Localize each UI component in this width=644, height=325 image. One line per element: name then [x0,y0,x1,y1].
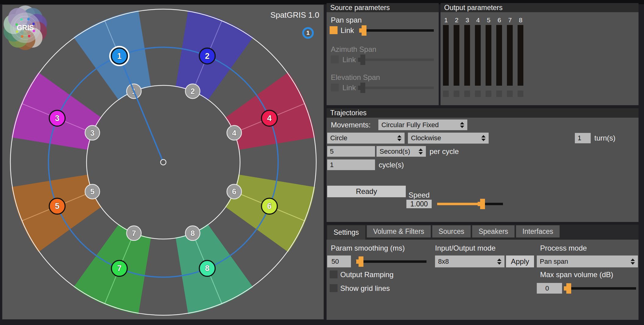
source-5[interactable]: 5 [49,198,65,214]
svg-text:8: 8 [205,264,210,273]
updown-arrows-icon [631,259,635,265]
svg-text:6: 6 [267,202,272,211]
duration-unit-dropdown[interactable]: Second(s) [377,146,426,157]
svg-text:2: 2 [205,52,210,61]
elevation-link-checkbox[interactable] [331,84,339,91]
azimuth-link-label: Link [342,55,356,64]
tab-speakers[interactable]: Speakers [472,225,515,238]
duration-input[interactable]: 5 [327,146,375,157]
output-ramping-checkbox[interactable] [330,270,338,278]
tab-volume-filters[interactable]: Volume & Filters [367,225,430,238]
tab-interfaces[interactable]: Interfaces [516,225,560,238]
source-7[interactable]: 7 [111,260,127,276]
svg-text:3: 3 [90,128,94,138]
output-meters: 12345678 [443,16,639,105]
updown-arrows-icon [460,122,464,128]
shape-dropdown[interactable]: Circle [327,133,405,144]
level-meter [464,25,470,86]
source-3[interactable]: 3 [49,110,65,126]
channel-label: 3 [464,16,470,24]
spatial-svg: 1234567812345678 [2,5,324,319]
speed-value: 1.000 [406,200,432,208]
updown-arrows-icon [497,259,501,265]
output-channel-8: 8 [518,16,524,99]
direction-dropdown[interactable]: Clockwise [408,133,489,144]
max-span-input[interactable]: 0 [537,283,562,294]
mute-button[interactable] [507,91,513,97]
spatial-view[interactable]: 1234567812345678 GRIS SpatGRIS 1.0 1 [2,5,324,319]
source-2[interactable]: 2 [199,48,215,64]
elevation-link-label: Link [342,84,356,92]
tab-settings[interactable]: Settings [327,225,365,240]
movements-value: Circular Fully Fixed [381,121,439,129]
output-channel-2: 2 [454,16,460,99]
level-meter [507,25,513,86]
apply-button[interactable]: Apply [506,255,534,267]
process-mode-label: Process mode [540,244,587,252]
level-meter [486,25,491,86]
output-parameters-header: Output parameters [441,3,639,12]
azimuth-span-slider[interactable] [359,54,434,66]
slider-handle[interactable] [360,83,365,93]
source-8[interactable]: 8 [199,260,215,276]
io-mode-value: 8x8 [438,258,449,266]
speaker-6: 6 [227,184,242,199]
speaker-2: 2 [185,84,200,98]
slider-handle[interactable] [362,25,366,36]
pan-span-label: Pan span [331,16,362,24]
svg-text:5: 5 [55,202,59,211]
mute-button[interactable] [454,91,459,97]
channel-label: 5 [486,16,492,24]
updown-arrows-icon [481,135,486,141]
mute-button[interactable] [496,91,502,97]
mute-button[interactable] [518,91,523,97]
svg-text:2: 2 [190,87,195,96]
svg-text:1: 1 [117,52,122,61]
io-mode-dropdown[interactable]: 8x8 [435,255,504,267]
mute-button[interactable] [486,91,491,97]
param-smoothing-slider[interactable] [355,255,427,267]
mute-button[interactable] [464,91,470,97]
updown-arrows-icon [419,148,423,155]
process-mode-dropdown[interactable]: Pan span [537,255,638,267]
output-channel-5: 5 [486,16,492,99]
slider-handle[interactable] [360,55,365,65]
level-meter [443,25,449,86]
movements-dropdown[interactable]: Circular Fully Fixed [378,120,467,130]
slider-handle[interactable] [359,256,363,267]
slider-handle[interactable] [480,199,485,209]
turns-input[interactable]: 1 [575,133,591,143]
tab-sources[interactable]: Sources [432,225,471,238]
show-grid-checkbox[interactable] [330,284,338,292]
mute-button[interactable] [475,91,481,97]
output-ramping-label: Output Ramping [340,270,394,279]
cycles-label: cycle(s) [379,161,404,169]
speaker-3: 3 [85,126,100,140]
shape-value: Circle [330,134,347,142]
duration-unit-value: Second(s) [380,148,410,155]
speaker-5: 5 [85,184,100,199]
pan-span-link-label: Link [341,26,354,35]
param-smoothing-input[interactable]: 50 [327,255,351,267]
channel-label: 2 [454,16,460,24]
trajectories-header: Trajectories [327,108,639,118]
source-6[interactable]: 6 [261,198,277,214]
azimuth-link-checkbox[interactable] [331,55,339,63]
max-span-slider[interactable] [565,283,637,294]
speaker-8: 8 [185,226,200,241]
mute-button[interactable] [443,91,449,97]
slider-handle[interactable] [566,283,571,294]
output-channel-6: 6 [496,16,502,99]
cycles-input[interactable]: 1 [327,159,375,170]
ready-button[interactable]: Ready [327,186,406,197]
turns-label: turn(s) [594,134,615,142]
pan-span-link-checkbox[interactable] [330,26,338,34]
channel-label: 4 [475,16,481,24]
elevation-span-slider[interactable] [359,82,434,94]
source-1[interactable]: 1 [110,47,129,66]
process-mode-value: Pan span [540,258,568,266]
source-4[interactable]: 4 [261,110,277,126]
speed-slider[interactable] [437,199,504,209]
speaker-7: 7 [127,226,141,241]
pan-span-slider[interactable] [359,24,434,37]
